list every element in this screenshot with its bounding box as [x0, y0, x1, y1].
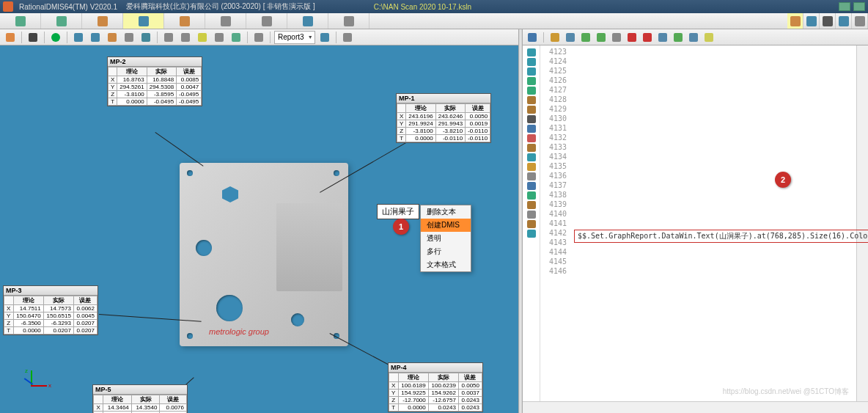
refresh-button[interactable]: [48, 31, 63, 44]
rotate-button[interactable]: [105, 31, 119, 44]
callout-1: 1: [393, 219, 409, 235]
tab-3[interactable]: [82, 13, 123, 29]
code-toolbar: [523, 29, 868, 45]
pan-button[interactable]: [122, 31, 136, 44]
title-bar: RationalDMIS64(TM) V2020.1 爱科腾瑞科技(北京)有限公…: [0, 0, 868, 13]
ctx-transparent[interactable]: 透明: [421, 232, 471, 245]
view-button[interactable]: [139, 31, 153, 44]
mp4-box[interactable]: MP-4 理论实际误差X100.6189100.62390.0050Y154.9…: [388, 362, 483, 412]
ctx-create-dmis[interactable]: 创建DMIS: [421, 219, 471, 232]
ctx-text-format[interactable]: 文本格式: [421, 258, 471, 271]
window-controls[interactable]: [839, 2, 865, 11]
code-btn-1[interactable]: [564, 32, 577, 43]
code-btn-9[interactable]: [687, 32, 700, 43]
callout-2: 2: [775, 172, 791, 188]
grid-button[interactable]: [212, 31, 227, 44]
meas-button[interactable]: [251, 31, 266, 44]
mp3-box[interactable]: MP-3 理论实际误差X14.751114.75730.0062Y150.647…: [3, 285, 98, 335]
rtab-1[interactable]: [787, 13, 803, 29]
save-button[interactable]: [526, 32, 539, 43]
file-path: C:\NAN Scan 2020 10-17.ksln: [374, 3, 471, 11]
ctx-multiline[interactable]: 多行: [421, 245, 471, 258]
mp2-box[interactable]: MP-2 理论实际误差X16.876316.88480.0085Y294.526…: [107, 56, 202, 106]
tab-9[interactable]: [328, 13, 369, 29]
ctx-delete-text[interactable]: 删除文本: [421, 205, 471, 219]
rtab-2[interactable]: [803, 13, 820, 29]
code-btn-8[interactable]: [672, 32, 685, 43]
fit-button[interactable]: [88, 31, 103, 44]
code-line: $$.Set.GraphReport.DataWin.Text(山涧果子).at…: [574, 230, 868, 243]
app-logo-icon: [3, 1, 13, 12]
tab-1[interactable]: [0, 13, 41, 29]
3d-viewport[interactable]: metrologic group MP-2 理论实际误差X16.876316.8…: [0, 45, 518, 413]
code-btn-6[interactable]: [641, 32, 654, 43]
mp1-box[interactable]: MP-1 理论实际误差X243.6196243.62460.0050Y291.9…: [396, 93, 491, 143]
extra-button[interactable]: [340, 31, 355, 44]
shade-button[interactable]: [178, 31, 193, 44]
tab-5[interactable]: [164, 13, 205, 29]
report-opt-button[interactable]: [317, 31, 332, 44]
tab-8[interactable]: [287, 13, 328, 29]
tab-6[interactable]: [205, 13, 246, 29]
code-btn-0[interactable]: [548, 32, 562, 43]
watermark: https://blog.csdn.net/wei @51CTO博客: [723, 387, 849, 397]
cursor-button[interactable]: [26, 31, 40, 44]
context-menu: 删除文本 创建DMIS 透明 多行 文本格式: [420, 205, 471, 272]
code-btn-2[interactable]: [579, 32, 592, 43]
zoom-button[interactable]: [71, 31, 86, 44]
code-btn-5[interactable]: [625, 32, 639, 43]
code-btn-4[interactable]: [610, 32, 623, 43]
view-toolbar: Report3: [0, 29, 518, 45]
app-title: RationalDMIS64(TM) V2020.1: [19, 3, 117, 11]
tab-2[interactable]: [41, 13, 82, 29]
axis-indicator: zx: [21, 370, 50, 400]
code-content[interactable]: 2 $$.Set.GraphReport.DataWin.Text(山涧果子).…: [570, 45, 856, 401]
mp4-table: 理论实际误差X100.6189100.62390.0050Y154.922515…: [389, 373, 482, 412]
company-text: 爱科腾瑞科技(北京)有限公司 (2003-2020) [ 非销售演示版 ]: [126, 1, 315, 12]
mp3-table: 理论实际误差X14.751114.75730.0062Y150.6470150.…: [4, 296, 98, 335]
scrollbar-horizontal[interactable]: [523, 401, 868, 413]
code-gutter: [523, 45, 540, 401]
line-numbers: 4123412441254126412741284129413041314132…: [540, 45, 570, 401]
light-button[interactable]: [195, 31, 210, 44]
mp1-table: 理论实际误差X243.6196243.62460.0050Y291.992429…: [397, 103, 490, 142]
report-dropdown[interactable]: Report3: [274, 31, 315, 44]
home-button[interactable]: [3, 31, 18, 44]
code-btn-7[interactable]: [656, 32, 669, 43]
tab-4[interactable]: [123, 13, 164, 29]
mp5-box[interactable]: MP-5 理论实际误差X14.346414.35400.0076Y10.4269…: [92, 384, 188, 413]
part-logo: metrologic group: [209, 327, 269, 336]
layer-button[interactable]: [229, 31, 243, 44]
rtab-4[interactable]: [836, 13, 852, 29]
main-toolbar: [0, 13, 868, 29]
scrollbar-vertical[interactable]: [856, 45, 868, 401]
rtab-5[interactable]: [852, 13, 868, 29]
tab-7[interactable]: [246, 13, 287, 29]
wire-button[interactable]: [161, 31, 176, 44]
text-annotation[interactable]: 山涧果子: [377, 204, 419, 219]
mp2-table: 理论实际误差X16.876316.88480.0085Y294.5261294.…: [108, 67, 202, 106]
code-btn-10[interactable]: [702, 32, 716, 43]
rtab-3[interactable]: [820, 13, 836, 29]
code-btn-3[interactable]: [595, 32, 608, 43]
mp5-table: 理论实际误差X14.346414.35400.0076Y10.426910.43…: [93, 395, 187, 413]
